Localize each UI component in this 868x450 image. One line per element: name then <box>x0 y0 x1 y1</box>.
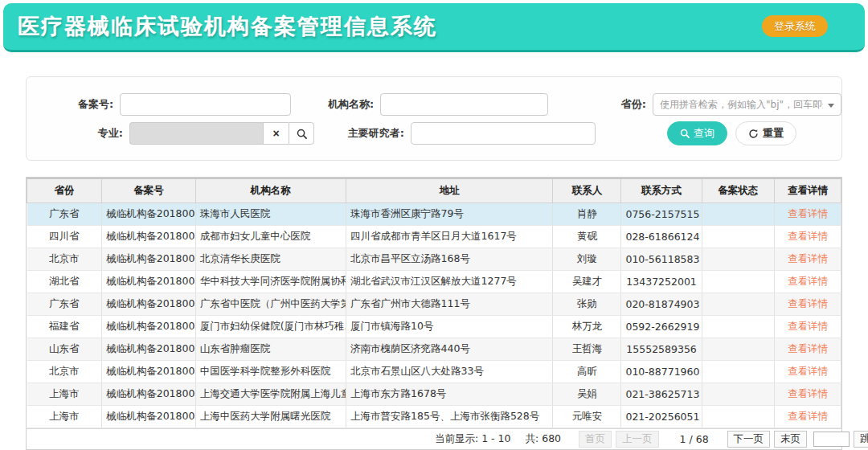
org-name-input[interactable] <box>380 93 548 116</box>
cell-status <box>702 292 774 315</box>
reset-button[interactable]: 重置 <box>735 121 796 145</box>
cell-status <box>702 225 774 248</box>
jump-button[interactable]: 跳转 <box>854 431 868 448</box>
cell-detail: 查看详情 <box>774 338 841 360</box>
query-button[interactable]: 查询 <box>667 121 727 145</box>
cell-phone: 15552589356 <box>621 338 702 360</box>
cell-detail: 查看详情 <box>774 225 841 248</box>
cell-address: 北京市昌平区立汤路168号 <box>346 248 553 270</box>
filing-no-input[interactable] <box>120 93 290 116</box>
table-row[interactable]: 福建省 械临机构备201800006 厦门市妇幼保健院(厦门市林巧稚... 厦门… <box>27 315 841 338</box>
org-name-label: 机构名称: <box>313 97 381 112</box>
table-row[interactable]: 广东省 械临机构备201800005 广东省中医院（广州中医药大学第... 广东… <box>27 292 841 315</box>
table-row[interactable]: 北京市 械临机构备201800008 中国医学科学院整形外科医院 北京市石景山区… <box>27 360 841 382</box>
jump-page-input[interactable] <box>813 432 850 447</box>
cell-detail: 查看详情 <box>774 292 841 315</box>
cell-org-name: 上海交通大学医学院附属上海儿童... <box>195 382 346 405</box>
cell-org-name: 广东省中医院（广州中医药大学第... <box>195 292 346 315</box>
cell-address: 上海市东方路1678号 <box>346 382 553 405</box>
current-display: 当前显示: 1 - 10 <box>435 432 511 446</box>
cell-phone: 0592-2662919 <box>621 315 702 338</box>
cell-detail: 查看详情 <box>774 315 841 338</box>
cell-province: 广东省 <box>27 202 102 225</box>
view-detail-link[interactable]: 查看详情 <box>788 297 828 309</box>
cell-filing-no: 械临机构备201800002 <box>102 225 195 248</box>
cell-detail: 查看详情 <box>774 248 841 270</box>
table-header-row: 省份备案号机构名称地址联系人联系方式备案状态查看详情 <box>27 178 841 202</box>
cell-filing-no: 械临机构备201800004 <box>102 270 195 292</box>
province-placeholder: 使用拼音检索，例如输入"bj"，回车即选... <box>660 98 823 112</box>
cell-address: 厦门市镇海路10号 <box>346 315 553 338</box>
pagination-bar: 当前显示: 1 - 10 共: 680 首页 上一页 1 / 68 下一页 末页… <box>26 428 842 450</box>
table-body: 广东省 械临机构备201800001 珠海市人民医院 珠海市香洲区康宁路79号 … <box>27 202 841 428</box>
view-detail-link[interactable]: 查看详情 <box>788 365 828 377</box>
cell-status <box>702 248 774 270</box>
cell-address: 北京市石景山区八大处路33号 <box>346 360 553 382</box>
reset-button-label: 重置 <box>763 126 784 141</box>
table-row[interactable]: 北京市 械临机构备201800003 北京清华长庚医院 北京市昌平区立汤路168… <box>27 248 841 270</box>
cell-filing-no: 械临机构备201800007 <box>102 338 195 360</box>
clear-icon[interactable]: × <box>263 122 289 145</box>
view-detail-link[interactable]: 查看详情 <box>788 410 828 422</box>
column-header: 地址 <box>346 178 553 202</box>
column-header: 省份 <box>27 178 102 202</box>
last-page-button[interactable]: 末页 <box>774 431 807 448</box>
cell-province: 北京市 <box>27 248 102 270</box>
view-detail-link[interactable]: 查看详情 <box>788 230 828 242</box>
province-select[interactable]: 使用拼音检索，例如输入"bj"，回车即选... <box>653 93 841 116</box>
column-header: 查看详情 <box>774 178 841 202</box>
cell-phone: 021-38625713 <box>621 382 702 405</box>
first-page-button[interactable]: 首页 <box>579 431 612 448</box>
cell-province: 广东省 <box>27 292 102 315</box>
cell-filing-no: 械临机构备201800001 <box>102 202 195 225</box>
view-detail-link[interactable]: 查看详情 <box>788 320 828 332</box>
cell-status <box>702 382 774 405</box>
cell-address: 湖北省武汉市江汉区解放大道1277号 <box>346 270 553 292</box>
view-detail-link[interactable]: 查看详情 <box>788 342 828 354</box>
view-detail-link[interactable]: 查看详情 <box>788 275 828 287</box>
specialty-input[interactable] <box>129 122 263 145</box>
cell-detail: 查看详情 <box>774 270 841 292</box>
table-row[interactable]: 四川省 械临机构备201800002 成都市妇女儿童中心医院 四川省成都市青羊区… <box>27 225 841 248</box>
cell-province: 上海市 <box>27 382 102 405</box>
cell-contact: 高昕 <box>553 360 621 382</box>
search-icon[interactable] <box>289 122 314 145</box>
results-table: 省份备案号机构名称地址联系人联系方式备案状态查看详情 广东省 械临机构备2018… <box>26 177 842 428</box>
cell-contact: 刘璇 <box>553 248 621 270</box>
table-row[interactable]: 广东省 械临机构备201800001 珠海市人民医院 珠海市香洲区康宁路79号 … <box>27 202 841 225</box>
app-header: 医疗器械临床试验机构备案管理信息系统 登录系统 <box>3 3 865 52</box>
cell-org-name: 山东省肿瘤医院 <box>195 338 346 360</box>
next-page-button[interactable]: 下一页 <box>727 431 771 448</box>
cell-org-name: 成都市妇女儿童中心医院 <box>195 225 346 248</box>
cell-contact: 黄砚 <box>553 225 621 248</box>
cell-org-name: 中国医学科学院整形外科医院 <box>195 360 346 382</box>
cell-address: 四川省成都市青羊区日月大道1617号 <box>346 225 553 248</box>
province-label: 省份: <box>587 97 653 112</box>
search-row-1: 备案号: 机构名称: 省份: 使用拼音检索，例如输入"bj"，回车即选... <box>27 92 841 117</box>
cell-province: 福建省 <box>27 315 102 338</box>
page-indicator: 1 / 68 <box>680 433 709 445</box>
cell-phone: 010-56118583 <box>621 248 702 270</box>
login-button[interactable]: 登录系统 <box>762 15 828 37</box>
table-row[interactable]: 湖北省 械临机构备201800004 华中科技大学同济医学院附属协和医院 湖北省… <box>27 270 841 292</box>
cell-province: 上海市 <box>27 405 102 428</box>
view-detail-link[interactable]: 查看详情 <box>788 387 828 399</box>
table-row[interactable]: 上海市 械临机构备201800009 上海交通大学医学院附属上海儿童... 上海… <box>27 382 841 405</box>
cell-status <box>702 338 774 360</box>
view-detail-link[interactable]: 查看详情 <box>788 252 828 264</box>
specialty-label: 专业: <box>27 126 129 141</box>
cell-filing-no: 械临机构备201800005 <box>102 292 195 315</box>
table-row[interactable]: 山东省 械临机构备201800007 山东省肿瘤医院 济南市槐荫区济兖路440号… <box>27 338 841 360</box>
column-header: 联系方式 <box>621 178 702 202</box>
query-button-label: 查询 <box>694 126 714 141</box>
view-detail-link[interactable]: 查看详情 <box>788 207 828 219</box>
cell-filing-no: 械临机构备201800010 <box>102 405 195 428</box>
pi-input[interactable] <box>411 122 596 145</box>
prev-page-button[interactable]: 上一页 <box>616 431 659 448</box>
table-row[interactable]: 上海市 械临机构备201800010 上海中医药大学附属曙光医院 上海市普安路1… <box>27 405 841 428</box>
cell-contact: 吴建才 <box>553 270 621 292</box>
cell-detail: 查看详情 <box>774 405 841 428</box>
cell-address: 济南市槐荫区济兖路440号 <box>346 338 553 360</box>
cell-province: 湖北省 <box>27 270 102 292</box>
cell-detail: 查看详情 <box>774 382 841 405</box>
